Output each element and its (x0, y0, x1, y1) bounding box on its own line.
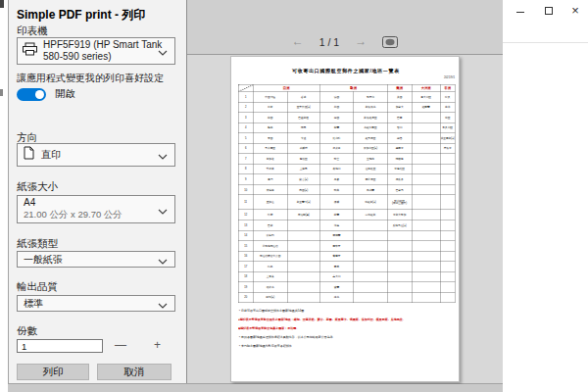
table-cell: 盧森堡 (319, 143, 354, 154)
table-cell: 智利 (387, 122, 412, 133)
table-cell: 蒙古(●) (287, 174, 319, 185)
table-cell (440, 210, 455, 220)
table-cell: 巴西 (387, 113, 412, 123)
table-cell (287, 282, 319, 293)
table-corner-cell (238, 84, 253, 91)
window-close-button[interactable]: × (565, 0, 585, 18)
app-preference-text: 讓應用程式變更我的列印喜好設定 (17, 72, 164, 85)
table-row: 4越南阿曼荷蘭克羅埃西亞智利奈及利亞 (238, 122, 455, 133)
table-cell: 土耳其 (253, 271, 287, 282)
table-cell (387, 230, 412, 241)
close-icon: × (571, 3, 579, 18)
previous-page-button[interactable]: ← (292, 34, 304, 48)
table-cell: 摩洛哥 (440, 143, 455, 154)
table-cell: 3 (238, 113, 253, 123)
table-row: 10柬埔寨寮國(●)瑞典烏克蘭巴拿馬 (238, 184, 455, 195)
table-row: 5泰國卡達比利時羅馬尼亞秘魯模里西斯(●) (238, 133, 455, 144)
window-minimize-button[interactable] (511, 0, 530, 18)
footnote-line: ●標記表示暫停收寄航空函件之國家/地區：緬甸、亞塞拜然、蒙古、寮國、斯里蘭卡、俄… (238, 316, 454, 324)
table-cell: 肯亞 (440, 113, 455, 123)
app-preference-toggle[interactable] (17, 88, 46, 101)
footnote-line: ＊目前可收寄出口國際航空郵件之國家/地區共54國。 (238, 307, 454, 316)
table-cell (287, 292, 319, 303)
table-cell: 4 (238, 122, 253, 133)
table-cell: 義大利 (319, 271, 354, 282)
table-cell: 菲律賓 (253, 164, 287, 174)
copies-decrement-button[interactable]: — (115, 338, 126, 352)
chevron-down-icon (158, 146, 168, 164)
table-cell: 澳門 (253, 174, 287, 185)
table-cell: 厄瓜多 (387, 174, 412, 185)
table-cell: 冰島 (319, 220, 354, 230)
paper-size-label: 紙張大小 (17, 180, 58, 194)
table-cell: 哈薩克 (253, 282, 287, 293)
printer-select[interactable]: HPF5F919 (HP Smart Tank 580-590 series) (17, 37, 175, 65)
document-footnotes: ＊目前可收寄出口國際航空郵件之國家/地區共54國。●標記表示暫停收寄航空函件之國… (238, 307, 454, 351)
table-cell (440, 292, 455, 303)
table-cell: 荷蘭 (319, 122, 354, 133)
table-row: 14以色列愛爾蘭 (238, 230, 455, 241)
table-cell: 比利時 (319, 133, 354, 144)
table-cell: 泰國 (253, 133, 287, 144)
table-cell: 14 (238, 230, 253, 241)
table-cell (387, 282, 412, 293)
paper-size-select[interactable]: A4 21.00 公分 x 29.70 公分 (17, 195, 175, 223)
table-cell (412, 154, 440, 165)
chevron-down-icon (158, 251, 168, 269)
table-cell: 哥斯大黎加 (387, 210, 412, 220)
table-cell: 克羅埃西亞 (354, 122, 387, 133)
table-row: 15沙烏地阿拉伯西班牙 (238, 241, 455, 252)
table-row: 12印度尼泊爾(◆)芬蘭白俄羅斯哥斯大黎加 (238, 210, 455, 220)
paper-type-label: 紙張類型 (17, 237, 58, 251)
table-cell: 香港 (287, 92, 319, 103)
cancel-button[interactable]: 取消 (97, 364, 172, 380)
table-cell: 奈及利亞 (440, 122, 455, 133)
quality-label: 輸出品質 (17, 280, 58, 294)
table-cell (440, 220, 455, 230)
table-cell: 寮國(●) (287, 184, 319, 195)
fit-to-page-icon[interactable] (382, 36, 398, 48)
table-cell: 阿曼 (287, 122, 319, 133)
table-cell: 6 (238, 143, 253, 154)
table-cell: 2 (238, 102, 253, 113)
table-cell: 19 (238, 282, 253, 293)
table-cell: 阿根廷 (387, 154, 412, 165)
table-header-cell: 歐洲 (319, 84, 387, 91)
table-cell (412, 251, 440, 262)
printer-name: HPF5F919 (HP Smart Tank 580-590 series) (43, 39, 162, 63)
maximize-icon (545, 7, 553, 15)
table-cell (412, 210, 440, 220)
table-cell: 緬甸(●) (253, 292, 287, 303)
orientation-select[interactable]: 直印 (17, 143, 175, 167)
table-cell (354, 292, 387, 303)
preview-toolbar: ← 1 / 1 → (187, 0, 503, 55)
table-cell (440, 282, 455, 293)
table-cell: 18 (238, 271, 253, 282)
table-cell (412, 122, 440, 133)
table-cell: 英國 (319, 102, 354, 113)
table-row: 11孟加拉斯里蘭卡(●)挪威俄羅斯(●)玻利維亞 (限航空函件) (238, 195, 455, 210)
table-cell (412, 143, 440, 154)
table-cell: 保加利亞(●) (354, 143, 387, 154)
paper-type-select[interactable]: 一般紙張 (17, 251, 175, 268)
table-cell: 羅馬尼亞 (354, 133, 387, 144)
next-page-button[interactable]: → (355, 34, 367, 48)
table-row: 3韓國巴基斯坦德國斯洛維尼亞巴西肯亞 (238, 113, 455, 123)
copies-increment-button[interactable]: + (154, 338, 161, 352)
table-cell: 立陶宛 (354, 154, 387, 165)
quality-select[interactable]: 標準 (17, 295, 175, 312)
footnote-line: ＊未列明之國家/地區均暫停收寄各類郵件。 (238, 342, 454, 351)
table-cell (440, 241, 455, 252)
table-cell: 15 (238, 241, 253, 252)
printer-icon (23, 42, 37, 60)
table-cell (440, 174, 455, 185)
copies-input[interactable] (17, 339, 103, 353)
table-cell (287, 262, 319, 272)
window-maximize-button[interactable] (539, 0, 559, 18)
print-button[interactable]: 列印 (17, 364, 89, 380)
table-cell (412, 195, 440, 210)
table-row: 19哈薩克波蘭 (238, 282, 455, 293)
table-header-cell: 亞洲 (253, 84, 319, 91)
paper-size-detail: 21.00 公分 x 29.70 公分 (24, 209, 122, 221)
table-cell: 斯里蘭卡(●) (287, 195, 319, 210)
